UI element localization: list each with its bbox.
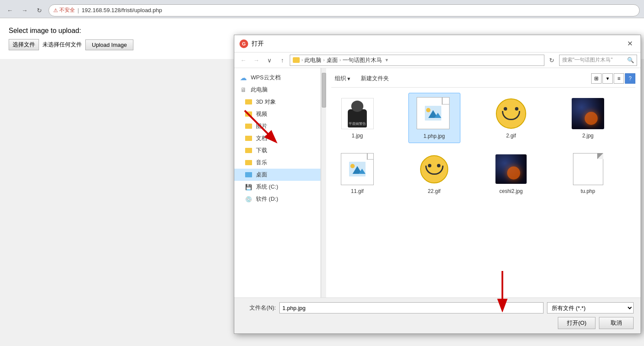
file-dialog: G 打开 ✕ ← → ∨ ↑ › 此电脑 › 桌面 › 一句话图片木马 ▼ ↻ … [234, 35, 641, 59]
breadcrumb-sep-3: › [340, 58, 341, 59]
choose-file-button[interactable]: 选择文件 [9, 39, 39, 50]
chrome-icon: G [239, 39, 248, 48]
security-text: 不安全 [59, 7, 75, 14]
browser-chrome: ← → ↻ ⚠ 不安全 | 192.168.59.128/fristi/uplo… [0, 0, 644, 18]
url-text: 192.168.59.128/fristi/upload.php [81, 7, 162, 13]
warning-icon: ⚠ [53, 7, 58, 13]
reload-button[interactable]: ↻ [34, 5, 45, 16]
dialog-title: 打开 [252, 40, 621, 48]
address-bar[interactable]: ⚠ 不安全 | 192.168.59.128/fristi/upload.php [49, 4, 640, 16]
dialog-up-button[interactable]: ↑ [277, 55, 288, 59]
breadcrumb-dropdown-icon: ▼ [385, 58, 389, 59]
no-file-text: 未选择任何文件 [42, 41, 82, 49]
back-button[interactable]: ← [4, 5, 16, 16]
dialog-titlebar: G 打开 ✕ [234, 35, 641, 52]
breadcrumb-folder: 一句话图片木马 [343, 56, 382, 59]
upload-image-button[interactable]: Upload Image [85, 39, 133, 50]
breadcrumb-sep-1: › [301, 58, 303, 59]
security-warning: ⚠ 不安全 [53, 7, 75, 14]
breadcrumb-desktop: 桌面 [327, 56, 338, 59]
dialog-refresh-button[interactable]: ↻ [546, 55, 557, 59]
search-placeholder: 搜索"一句话图片木马" [562, 56, 613, 59]
search-bar[interactable]: 搜索"一句话图片木马" 🔍 [559, 55, 637, 59]
dialog-back-button[interactable]: ← [238, 55, 249, 59]
dialog-forward-button[interactable]: → [251, 55, 262, 59]
separator: | [78, 7, 79, 13]
dialog-dropdown-button[interactable]: ∨ [264, 55, 275, 59]
breadcrumb-folder-icon [293, 57, 300, 59]
page-label: Select image to upload: [9, 27, 635, 35]
dialog-close-button[interactable]: ✕ [624, 38, 635, 49]
search-icon: 🔍 [627, 57, 634, 59]
breadcrumb-pc: 此电脑 [304, 56, 321, 59]
forward-button[interactable]: → [19, 5, 30, 16]
breadcrumb-sep-2: › [323, 58, 324, 59]
dialog-toolbar: ← → ∨ ↑ › 此电脑 › 桌面 › 一句话图片木马 ▼ ↻ 搜索"一句话图… [234, 52, 641, 59]
breadcrumb-bar[interactable]: › 此电脑 › 桌面 › 一句话图片木马 ▼ [290, 55, 544, 59]
